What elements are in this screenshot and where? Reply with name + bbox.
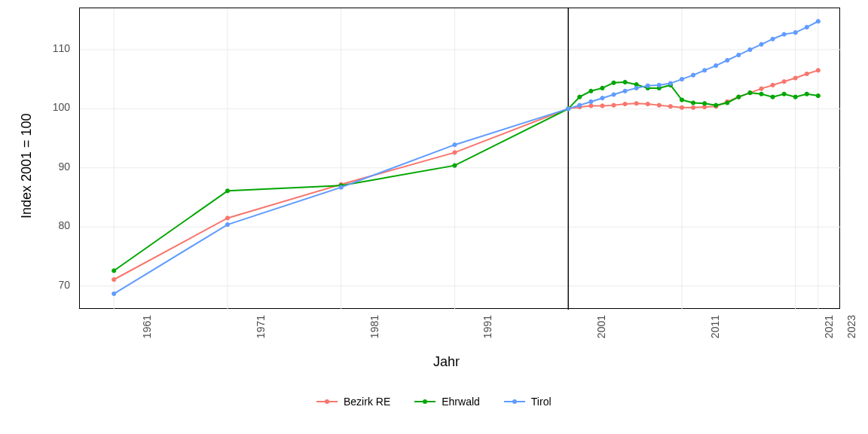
svg-point-62 (771, 95, 775, 99)
svg-point-23 (634, 102, 638, 105)
svg-point-25 (657, 103, 661, 107)
legend-item-tirol: Tirol (504, 396, 552, 408)
svg-point-24 (646, 102, 649, 105)
svg-point-38 (805, 72, 808, 75)
x-tick-label: 2011 (709, 315, 721, 338)
svg-point-72 (578, 103, 582, 107)
x-tick-label: 1991 (482, 315, 494, 338)
svg-point-80 (668, 81, 672, 85)
svg-point-93 (816, 20, 820, 23)
y-axis-label: Index 2001 = 100 (19, 113, 35, 219)
y-tick-label: 100 (47, 101, 70, 113)
svg-point-68 (225, 222, 229, 226)
svg-point-76 (623, 89, 627, 93)
svg-point-37 (793, 76, 797, 80)
svg-point-91 (793, 31, 797, 35)
svg-point-21 (612, 103, 616, 107)
svg-point-40 (112, 269, 116, 273)
svg-point-83 (703, 69, 707, 72)
svg-point-46 (589, 89, 593, 93)
svg-point-27 (680, 105, 683, 109)
svg-point-75 (612, 93, 616, 96)
grid (80, 8, 841, 310)
svg-point-88 (760, 42, 763, 46)
svg-point-73 (589, 99, 593, 103)
svg-point-89 (771, 37, 775, 41)
legend-swatch (504, 396, 525, 407)
svg-point-35 (771, 83, 775, 87)
svg-point-48 (612, 81, 616, 84)
y-tick-label: 90 (47, 160, 70, 173)
x-tick-label: 1971 (255, 315, 267, 338)
x-tick-label: 2021 (823, 315, 835, 338)
svg-point-67 (112, 292, 116, 295)
svg-point-28 (691, 105, 695, 109)
svg-point-64 (793, 95, 797, 99)
svg-point-84 (714, 63, 718, 67)
x-tick-label: 2023 (845, 315, 857, 338)
svg-point-81 (680, 78, 683, 81)
svg-point-20 (601, 104, 604, 108)
svg-point-45 (578, 95, 582, 99)
svg-point-58 (726, 101, 729, 105)
legend-swatch (316, 396, 338, 407)
svg-point-19 (589, 104, 593, 108)
svg-point-47 (601, 86, 604, 90)
legend: Bezirk REEhrwaldTirol (316, 396, 552, 408)
x-axis-label: Jahr (433, 354, 460, 370)
svg-point-36 (782, 80, 786, 84)
svg-point-85 (726, 58, 729, 62)
svg-point-34 (760, 87, 763, 90)
legend-item-ehrwald: Ehrwald (414, 396, 480, 408)
svg-point-22 (623, 102, 627, 105)
series-tirol (112, 20, 821, 296)
svg-point-66 (816, 93, 820, 97)
svg-point-69 (339, 185, 343, 189)
svg-point-74 (601, 96, 604, 100)
svg-point-54 (680, 98, 683, 102)
svg-point-14 (225, 216, 229, 220)
legend-label: Tirol (531, 396, 552, 408)
svg-point-59 (737, 95, 741, 99)
svg-point-78 (646, 84, 649, 87)
svg-point-70 (453, 143, 457, 147)
y-tick-label: 70 (47, 279, 70, 291)
x-tick-label: 1981 (368, 315, 381, 338)
svg-point-13 (112, 277, 116, 281)
svg-point-86 (737, 53, 741, 57)
svg-point-65 (805, 92, 808, 96)
y-tick-label: 110 (47, 42, 70, 54)
svg-point-77 (634, 86, 638, 90)
svg-point-26 (668, 105, 672, 108)
series-bezirk-re (112, 69, 821, 282)
svg-point-57 (714, 103, 718, 107)
svg-point-56 (703, 102, 707, 105)
svg-point-16 (453, 151, 457, 154)
plot-svg (80, 8, 841, 310)
x-tick-label: 1961 (141, 315, 153, 338)
svg-point-49 (623, 80, 627, 84)
chart-stage: Index 2001 = 100 Jahr Bezirk REEhrwaldTi… (0, 0, 868, 434)
svg-point-60 (748, 91, 752, 95)
svg-point-79 (657, 83, 661, 87)
legend-label: Ehrwald (442, 396, 480, 408)
plot-panel (79, 8, 840, 309)
svg-point-55 (691, 101, 695, 105)
y-tick-label: 80 (47, 219, 70, 231)
svg-point-82 (691, 73, 695, 77)
svg-point-61 (760, 92, 763, 96)
legend-swatch (414, 396, 436, 407)
svg-point-43 (453, 164, 457, 167)
svg-point-92 (805, 25, 808, 29)
svg-point-63 (782, 92, 786, 96)
svg-point-71 (567, 107, 570, 111)
svg-point-87 (748, 47, 752, 51)
legend-item-bezirk-re: Bezirk RE (316, 396, 390, 408)
x-tick-label: 2001 (595, 315, 607, 338)
svg-point-90 (782, 32, 786, 36)
svg-point-39 (816, 69, 820, 72)
svg-point-41 (225, 189, 229, 193)
legend-label: Bezirk RE (344, 396, 390, 408)
